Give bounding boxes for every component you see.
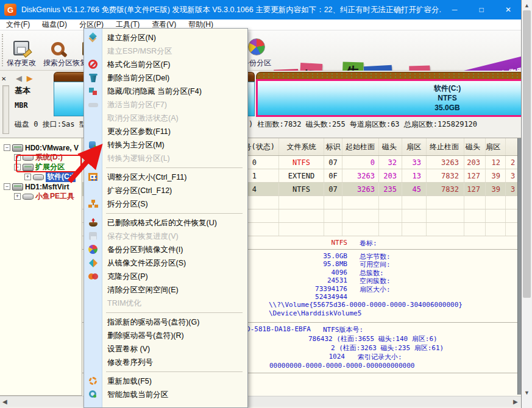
close-button[interactable]: ✕ [495, 0, 522, 19]
app-vertical-scrollbar[interactable] [517, 138, 522, 395]
table-cell: 0F [324, 169, 342, 182]
screenshot-root: G DiskGenius V5.1.2.766 免费版(单文件PE版) 发现新版… [0, 0, 532, 408]
window-title: DiskGenius V5.1.2.766 免费版(单文件PE版) 发现新版本 … [21, 5, 441, 15]
menu-item-29[interactable]: 智能加载当前分区 [84, 388, 247, 401]
partition-context-menu: 建立新分区(N)建立ESP/MSR分区格式化当前分区(F)删除当前分区(Del)… [83, 28, 248, 408]
detail-text: 2 (柱面:3263 磁头:235 扇区:61) [331, 343, 444, 353]
scroll-right-icon[interactable]: ▶ [513, 398, 518, 405]
scroll-down-icon[interactable]: ▼ [524, 390, 530, 396]
save-changes-button[interactable]: 保存更改 [4, 33, 39, 68]
table-cell: 3263 [342, 169, 379, 182]
expand-icon[interactable]: + [14, 193, 21, 200]
column-header-5: 扇区 [402, 138, 427, 155]
tree-item-label: 软件(C:) [46, 172, 76, 182]
menu-item-4[interactable]: 隐藏/取消隐藏 当前分区(F4) [84, 85, 247, 98]
partition-icon [33, 174, 44, 180]
split-icon [88, 199, 98, 209]
menubar-item-1[interactable]: 磁盘(D) [36, 19, 73, 30]
detail-label: 卷标: [360, 239, 377, 248]
table-cell: 39 [486, 183, 506, 195]
disk-info-left: 磁盘 0 接口:Sas 型 [15, 119, 87, 130]
column-header-2: 标识 [324, 138, 342, 155]
menu-item-9[interactable]: 转换为逻辑分区(L) [84, 152, 247, 165]
menu-item-label: 更改分区参数(F11) [107, 127, 171, 137]
delete-icon [88, 73, 98, 83]
tree-item-5[interactable]: +小鱼PE工具 [14, 192, 74, 201]
expand-icon[interactable]: + [24, 174, 31, 180]
new-partition-icon [88, 33, 98, 43]
collapse-icon[interactable]: − [4, 183, 10, 190]
table-cell: 13 [402, 169, 427, 182]
tree-item-label: HD0:VMware, V [25, 144, 79, 152]
menu-item-18[interactable]: 从镜像文件还原分区(S) [84, 256, 247, 270]
menu-item-6[interactable]: 取消分区激活状态(A) [84, 111, 247, 125]
menu-item-15[interactable]: 已删除或格式化后的文件恢复(U) [84, 216, 247, 230]
disk-info-right: ) 柱面数:7832 磁头数:255 每道扇区数:63 总扇区数:1258291… [249, 119, 477, 130]
backup-image-icon [88, 245, 98, 255]
menu-item-26[interactable]: 修改卷序列号 [84, 356, 247, 369]
menu-item-13[interactable]: 拆分分区(S) [84, 197, 247, 211]
menubar-item-0[interactable]: 文件(F) [0, 19, 36, 30]
table-cell: EXTEND [279, 169, 324, 182]
menu-item-5[interactable]: 激活当前分区(F7) [84, 98, 247, 111]
column-header-1: 文件系统 [279, 138, 324, 155]
detail-label: 索引记录大小: [358, 353, 402, 362]
menu-separator [106, 312, 243, 313]
column-header-7: 磁头 [464, 138, 486, 155]
horizontal-scrollbar[interactable]: ◀ ▶ [0, 396, 522, 407]
menu-item-1[interactable]: 建立ESP/MSR分区 [84, 44, 247, 58]
table-cell: 127 [464, 169, 486, 182]
menu-item-19[interactable]: 克隆分区(P) [84, 270, 247, 283]
menu-item-0[interactable]: 建立新分区(N) [84, 31, 247, 44]
scroll-left-icon[interactable]: ◀ [2, 398, 7, 405]
scroll-up-icon[interactable]: ▲ [524, 2, 530, 9]
menu-item-label: 克隆分区(P) [107, 272, 148, 282]
partition-tree-panel: −HD0:VMware, V+系统(D:)−扩展分区+软件(C:)−HD1:Ms… [0, 138, 82, 396]
menu-item-25[interactable]: 设置卷标 (V) [84, 342, 247, 356]
search-partition-button[interactable]: 搜索分区 [40, 33, 76, 68]
table-cell: 203 [379, 169, 402, 182]
maximize-button[interactable]: □ [468, 0, 495, 19]
menu-item-17[interactable]: 备份分区到镜像文件(I) [84, 243, 247, 256]
save-changes-label: 保存更改 [7, 58, 36, 68]
panel-splitter[interactable] [2, 85, 9, 134]
menu-separator [106, 371, 243, 372]
next-disk-icon[interactable]: ▶ [27, 74, 33, 83]
table-cell: 7832 [427, 169, 464, 182]
tree-item-3[interactable]: +软件(C:) [24, 172, 76, 181]
menu-item-28[interactable]: 重新加载(F5) [84, 375, 247, 388]
menu-item-label: 清除分区空闲空间(E) [107, 285, 179, 295]
prev-disk-icon[interactable]: ◀ [16, 74, 22, 83]
menu-item-11[interactable]: 调整分区大小(Ctrl_F11) [84, 171, 247, 184]
menu-item-label: 已删除或格式化后的文件恢复(U) [107, 218, 217, 228]
disk-view-panel: ✕ ◀ ▶ 基本 MBR 软件(C:) NTFS 35.0GB 磁盘 0 接口:… [0, 71, 522, 138]
resize-icon [88, 172, 98, 182]
table-cell: 127 [464, 183, 486, 195]
save-progress-icon [88, 231, 98, 241]
tree-item-0[interactable]: −HD0:VMware, V [4, 143, 79, 152]
collapse-icon[interactable]: − [4, 144, 10, 151]
column-header-4: 磁头 [379, 138, 402, 155]
menu-item-24[interactable]: 删除驱动器号(盘符)(R) [84, 329, 247, 342]
menu-item-label: 格式化当前分区(F) [107, 60, 170, 70]
menu-item-20[interactable]: 清除分区空闲空间(E) [84, 283, 247, 297]
menu-item-21[interactable]: TRIM优化 [84, 297, 247, 310]
close-panel-icon[interactable]: ✕ [1, 76, 6, 82]
menu-item-12[interactable]: 扩容分区(Ctrl_F12) [84, 184, 247, 197]
menu-item-label: 拆分分区(S) [107, 199, 148, 209]
scrollbar-thumb[interactable] [523, 10, 531, 298]
minimize-button[interactable]: ─ [441, 0, 468, 19]
menu-item-3[interactable]: 删除当前分区(Del) [84, 71, 247, 85]
menu-item-7[interactable]: 更改分区参数(F11) [84, 125, 247, 138]
format-icon [88, 60, 98, 69]
tree-item-4[interactable]: −HD1:MsftVirt [4, 182, 69, 191]
table-cell: 235 [379, 183, 402, 195]
menu-item-8[interactable]: 转换为主分区(M) [84, 138, 247, 152]
column-header-8: 扇区 [486, 138, 506, 155]
viewer-vertical-scrollbar[interactable]: ▲ ▼ [522, 0, 532, 408]
menu-item-2[interactable]: 格式化当前分区(F) [84, 58, 247, 71]
menu-item-16[interactable]: 保存文件恢复进度(V) [84, 230, 247, 243]
menu-item-23[interactable]: 指派新的驱动器号(盘符)(G) [84, 315, 247, 329]
file-recovery-icon [88, 218, 98, 228]
partition-bar-selected[interactable]: 软件(C:) NTFS 35.0GB [256, 79, 522, 117]
